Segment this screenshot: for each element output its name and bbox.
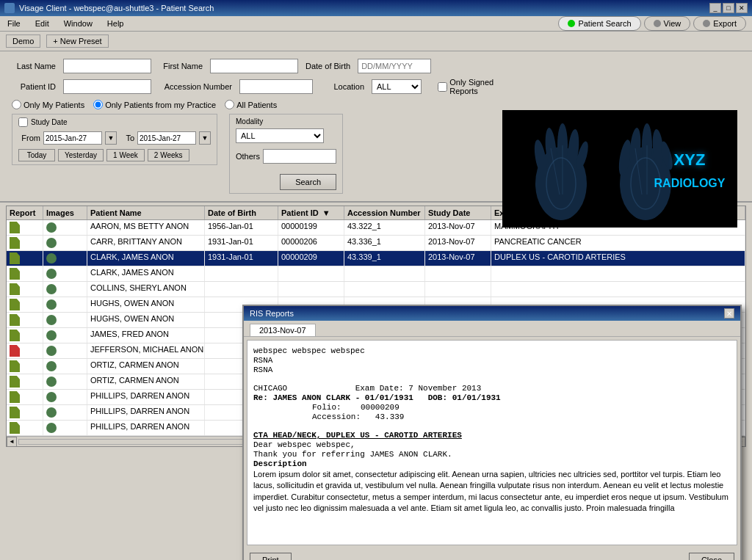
from-date-input[interactable] — [43, 131, 102, 145]
report-icon[interactable] — [10, 268, 20, 280]
table-row[interactable]: CLARK, JAMES ANON — [7, 266, 745, 282]
accession-line: Accession: 43.339 — [312, 412, 731, 421]
location-select[interactable]: ALL — [372, 79, 422, 94]
menu-edit[interactable]: Edit — [31, 18, 54, 29]
accession-cell: 43.322_1 — [344, 220, 425, 235]
patient-id-input[interactable] — [63, 79, 151, 94]
image-icon[interactable] — [46, 222, 57, 233]
patient-name-cell: JAMES, FRED ANON — [87, 328, 205, 343]
header-line-2: RSNA — [253, 356, 731, 365]
report-cell — [7, 343, 43, 358]
menu-help[interactable]: Help — [103, 18, 129, 29]
table-row[interactable]: COLLINS, SHERYL ANON — [7, 282, 745, 297]
accession-input[interactable] — [239, 79, 313, 94]
report-icon[interactable] — [10, 299, 20, 310]
menu-window[interactable]: Window — [59, 18, 97, 29]
report-icon[interactable] — [10, 376, 20, 388]
scroll-left-btn[interactable]: ◄ — [7, 437, 17, 447]
report-icon[interactable] — [10, 237, 20, 249]
col-accession[interactable]: Accession Number — [344, 206, 425, 219]
report-icon[interactable] — [10, 391, 20, 403]
image-icon[interactable] — [46, 315, 57, 325]
menu-file[interactable]: File — [3, 18, 25, 29]
image-icon[interactable] — [46, 407, 57, 418]
only-signed-label: Only Signed Reports — [449, 78, 495, 95]
accession-cell: 43.339_1 — [344, 251, 425, 266]
report-cell — [7, 236, 43, 250]
image-icon[interactable] — [46, 392, 57, 402]
maximize-button[interactable]: □ — [723, 3, 734, 13]
new-preset-button[interactable]: + New Preset — [46, 34, 108, 48]
close-button[interactable]: Close — [689, 553, 734, 560]
modality-select[interactable]: ALL — [236, 128, 324, 143]
dob-input[interactable] — [358, 59, 431, 73]
dob-cell — [205, 266, 278, 281]
search-button[interactable]: Search — [280, 174, 336, 190]
patient-name-cell: HUGHS, OWEN ANON — [87, 297, 205, 312]
image-icon[interactable] — [46, 346, 57, 356]
report-cell — [7, 374, 43, 389]
report-icon[interactable] — [10, 330, 20, 341]
study-date-cell: 2013-Nov-07 — [425, 220, 491, 235]
report-icon[interactable] — [10, 360, 20, 372]
dialog-tabs: 2013-Nov-07 — [244, 321, 740, 337]
today-button[interactable]: Today — [18, 149, 55, 161]
image-icon[interactable] — [46, 238, 57, 248]
col-study-date[interactable]: Study Date — [425, 206, 491, 219]
nav-export[interactable]: Export — [693, 16, 746, 31]
to-date-dropdown[interactable]: ▼ — [199, 131, 211, 145]
study-date-checkbox[interactable] — [18, 117, 28, 127]
radio-only-my[interactable] — [12, 100, 21, 109]
table-row[interactable]: CLARK, JAMES ANON1931-Jan-010000020943.3… — [7, 251, 745, 266]
print-button[interactable]: Print — [250, 553, 292, 560]
first-name-label: First Name — [159, 62, 203, 70]
report-cell — [7, 313, 43, 327]
patient-id-cell — [278, 282, 344, 297]
patient-id-cell — [278, 266, 344, 281]
yesterday-button[interactable]: Yesterday — [58, 149, 104, 161]
dialog-close-btn[interactable]: ✕ — [724, 308, 734, 319]
table-row[interactable]: CARR, BRITTANY ANON1931-Jan-010000020643… — [7, 236, 745, 251]
report-icon[interactable] — [10, 422, 20, 434]
demo-button[interactable]: Demo — [6, 34, 40, 48]
image-icon[interactable] — [46, 299, 57, 310]
report-icon[interactable] — [10, 283, 20, 295]
close-button[interactable]: ✕ — [736, 3, 748, 13]
report-icon[interactable] — [10, 252, 20, 264]
radio-my-practice[interactable] — [93, 100, 103, 109]
minimize-button[interactable]: _ — [709, 3, 721, 13]
col-dob[interactable]: Date of Birth — [205, 206, 278, 219]
radio-all-patients[interactable] — [225, 100, 234, 109]
last-name-input[interactable] — [63, 59, 151, 73]
two-weeks-button[interactable]: 2 Weeks — [148, 149, 189, 161]
report-icon[interactable] — [10, 407, 20, 418]
image-icon[interactable] — [46, 269, 57, 279]
image-icon[interactable] — [46, 423, 57, 433]
col-report[interactable]: Report — [7, 206, 43, 219]
dialog-tab-date[interactable]: 2013-Nov-07 — [250, 324, 316, 336]
nav-patient-search-label: Patient Search — [578, 19, 631, 28]
nav-view[interactable]: View — [644, 16, 691, 31]
to-date-input[interactable] — [137, 131, 196, 145]
report-icon[interactable] — [10, 314, 20, 326]
image-icon[interactable] — [46, 361, 57, 371]
re-line: Re: JAMES ANON CLARK - 01/01/1931 DOB: 0… — [253, 393, 731, 402]
image-icon[interactable] — [46, 330, 57, 341]
app-icon — [4, 3, 15, 13]
report-icon[interactable] — [10, 345, 20, 357]
one-week-button[interactable]: 1 Week — [106, 149, 145, 161]
accession-cell — [344, 266, 425, 281]
others-input[interactable] — [263, 149, 336, 164]
first-name-input[interactable] — [210, 59, 298, 73]
image-icon[interactable] — [46, 377, 57, 387]
col-patient-name[interactable]: Patient Name — [87, 206, 205, 219]
report-icon[interactable] — [10, 222, 20, 233]
col-images[interactable]: Images — [43, 206, 87, 219]
col-patient-id[interactable]: Patient ID ▼ — [278, 206, 344, 219]
only-signed-checkbox[interactable] — [438, 82, 447, 92]
image-icon[interactable] — [46, 284, 57, 294]
nav-patient-search[interactable]: Patient Search — [558, 16, 640, 31]
image-icon[interactable] — [46, 253, 57, 263]
dialog-body[interactable]: webspec webspec webspec RSNA RSNA CHICAG… — [247, 340, 737, 545]
from-date-dropdown[interactable]: ▼ — [105, 131, 117, 145]
